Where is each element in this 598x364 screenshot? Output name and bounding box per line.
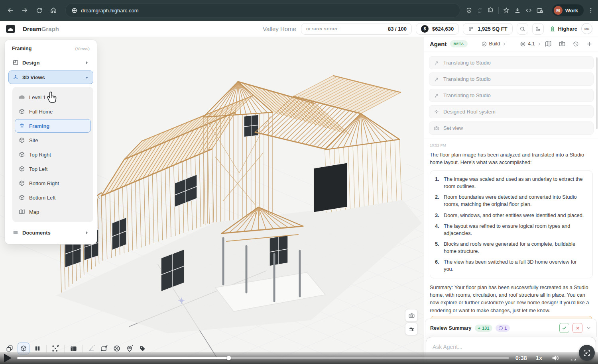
model-label: 4.1 (528, 41, 535, 47)
org-icon (549, 25, 556, 32)
agent-action-item[interactable]: Translating to Studio (429, 89, 594, 102)
view-item-bottom-left[interactable]: Bottom Left (15, 191, 91, 204)
sidebar-item-design[interactable]: Design (8, 56, 93, 69)
devtools-code-icon[interactable] (525, 7, 532, 14)
site-globe-icon (71, 8, 77, 14)
history-icon[interactable] (572, 41, 579, 47)
view-item-top-right[interactable]: Top Right (15, 148, 91, 161)
view-item-label: Top Left (29, 166, 47, 172)
view-item-label: Level 1 (29, 94, 46, 100)
volume-icon[interactable] (551, 354, 560, 362)
sidebar-title: Framing (12, 46, 31, 51)
dollar-icon: $ (421, 25, 429, 33)
documents-icon (12, 229, 19, 236)
chevron-right-icon (537, 42, 541, 46)
price-value: $624,630 (432, 26, 454, 32)
cube-icon (19, 137, 25, 143)
step-item: 6.The view has been switched to a full 3… (435, 258, 587, 273)
scene-map-icon[interactable] (545, 40, 552, 47)
agent-action-item[interactable]: Translating to Studio (429, 56, 594, 69)
org-switcher[interactable]: Higharc (549, 25, 577, 32)
agent-panel: Agent BETA Build 4.1 Tra (424, 37, 598, 364)
model-selector[interactable]: 4.1 (520, 41, 541, 47)
project-title[interactable]: Valley Home (263, 25, 296, 32)
chevron-right-icon (502, 42, 506, 46)
view-item-top-left[interactable]: Top Left (15, 162, 91, 176)
video-progress-bar[interactable] (17, 357, 509, 359)
sync-icon[interactable] (476, 7, 483, 14)
agent-action-label: Translating to Studio (443, 60, 491, 66)
design-icon (12, 59, 19, 66)
view-item-full-home[interactable]: Full Home (15, 105, 91, 118)
design-score-pill[interactable]: DESIGN SCORE 83 / 100 (301, 23, 412, 35)
url-bar[interactable]: dreamgraph.higharc.com (65, 3, 460, 18)
dark-mode-moon-button[interactable] (532, 23, 544, 35)
build-selector[interactable]: Build (481, 41, 507, 47)
bookmark-star-icon[interactable] (503, 7, 510, 14)
reload-icon[interactable] (33, 4, 45, 17)
view-item-site[interactable]: Site (15, 133, 91, 147)
app-logo[interactable] (6, 24, 16, 33)
ruler-icon (468, 26, 474, 32)
agent-action-item[interactable]: Set view (429, 121, 594, 135)
roof-icon (434, 109, 439, 115)
video-progress-knob[interactable] (226, 356, 231, 360)
reject-changes-button[interactable] (572, 323, 582, 333)
chevron-down-icon[interactable] (586, 325, 592, 331)
design-score-value: 83 / 100 (388, 26, 407, 32)
browser-menu-kebab-icon[interactable] (588, 7, 594, 14)
review-summary-title: Review Summary (430, 325, 472, 331)
sidebar-hint: (Views) (75, 46, 90, 51)
cube-icon (19, 166, 25, 172)
sidebar-item-3d-views[interactable]: 3D Views (8, 70, 93, 84)
divider (548, 7, 548, 14)
cube-icon (19, 108, 25, 115)
step-item: 3.Doors, windows, and other entities wer… (435, 212, 587, 219)
playback-speed[interactable]: 1x (536, 355, 542, 361)
step-item: 5.Blocks and roofs were generated for a … (435, 241, 587, 255)
extensions-puzzle-icon[interactable] (487, 7, 494, 14)
panel-scrollbar[interactable] (596, 57, 598, 129)
camera-icon[interactable] (559, 40, 566, 47)
area-pill[interactable]: 1,925 SQ FT (463, 23, 512, 35)
changes-pending-banner[interactable]: 132 changes pending (431, 316, 592, 319)
view-item-bottom-right[interactable]: Bottom Right (15, 176, 91, 190)
extension-shield-icon[interactable] (466, 7, 472, 14)
step-item: 4.The layout was refined to ensure logic… (435, 223, 587, 237)
forward-icon[interactable] (18, 4, 31, 17)
view-item-label: Full Home (29, 109, 53, 115)
play-button[interactable] (4, 354, 12, 362)
cube-icon (19, 151, 25, 158)
snapshot-camera-button[interactable] (405, 309, 418, 322)
divider (82, 345, 83, 352)
view-settings-button[interactable] (405, 323, 418, 335)
price-pill[interactable]: $ $624,630 (416, 23, 459, 35)
sidebar-item-label: Documents (22, 230, 51, 236)
agent-action-label: Translating to Studio (443, 92, 491, 98)
agent-action-item[interactable]: Translating to Studio (429, 72, 594, 86)
browser-profile-button[interactable]: M Work (552, 4, 584, 16)
view-item-framing[interactable]: Framing (15, 119, 91, 133)
build-label: Build (489, 41, 500, 47)
user-avatar[interactable]: MB (581, 23, 592, 34)
download-icon[interactable] (514, 7, 521, 14)
view-item-level-1[interactable]: Level 1 (15, 90, 91, 104)
views-sidebar: Framing (Views) Design 3D Views Level 1 … (5, 40, 97, 244)
home-icon[interactable] (47, 4, 60, 17)
scan-capture-button[interactable] (579, 345, 595, 361)
video-time: 0:38 (515, 355, 527, 361)
new-chat-plus-icon[interactable] (586, 41, 593, 47)
model-icon (520, 41, 526, 47)
back-icon[interactable] (4, 4, 17, 17)
search-button[interactable] (517, 23, 528, 35)
chevron-down-icon (84, 75, 89, 80)
accept-changes-button[interactable] (559, 323, 569, 333)
agent-action-item[interactable]: Designed Roof system (429, 105, 594, 118)
view-item-map[interactable]: Map (15, 205, 91, 219)
translate-icon (434, 76, 439, 82)
sidebar-item-documents[interactable]: Documents (8, 226, 93, 239)
message-timestamp: 10:52 PM (430, 143, 593, 147)
tab-search-icon[interactable] (536, 7, 544, 14)
fullscreen-icon[interactable] (570, 355, 576, 361)
camera-icon (434, 125, 439, 131)
